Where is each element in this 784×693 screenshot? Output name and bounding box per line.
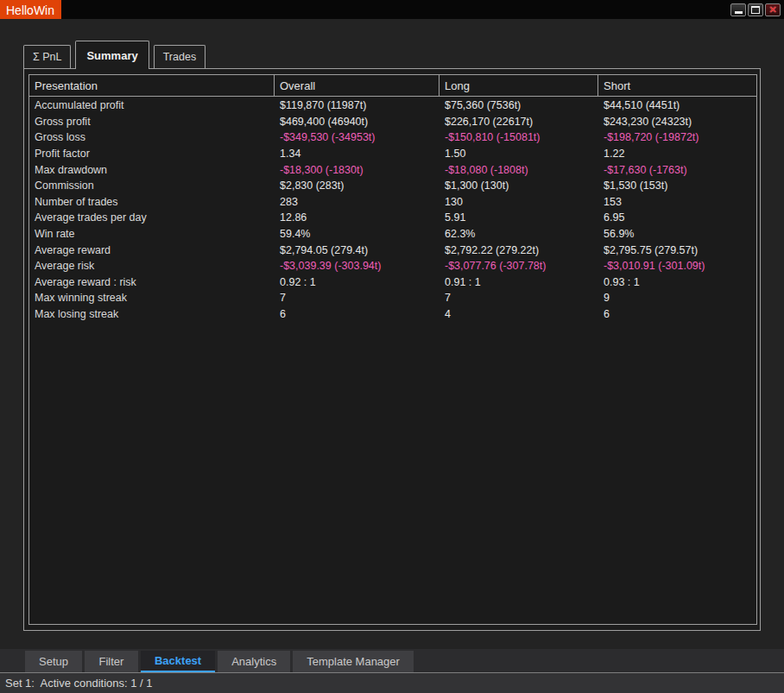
tab-setup[interactable]: Setup: [25, 651, 82, 672]
row-label: Average risk: [29, 260, 275, 272]
maximize-button[interactable]: [748, 3, 763, 16]
cell-overall: -$18,300 (-1830t): [275, 164, 439, 176]
column-header-short: Short: [598, 75, 756, 96]
cell-long: 1.50: [439, 148, 598, 160]
cell-long: 7: [439, 292, 598, 304]
row-label: Profit factor: [29, 148, 275, 160]
window-controls: ✕: [730, 0, 784, 19]
cell-long: 4: [439, 308, 598, 320]
cell-long: $1,300 (130t): [439, 180, 598, 192]
window-title: HelloWin: [0, 0, 61, 19]
row-label: Average reward: [29, 244, 275, 256]
cell-overall: 283: [275, 196, 439, 208]
bottom-tab-bar: SetupFilterBacktestAnalyticsTemplate Man…: [0, 649, 784, 672]
table-body: Accumulated profit$119,870 (11987t)$75,3…: [29, 97, 756, 624]
minimize-button[interactable]: [730, 3, 746, 16]
column-header-presentation: Presentation: [29, 75, 275, 96]
table-row: Profit factor1.341.501.22: [29, 146, 756, 162]
cell-long: 62.3%: [439, 228, 598, 240]
row-label: Max losing streak: [29, 308, 275, 320]
table-header: PresentationOverallLongShort: [29, 75, 756, 97]
tab-pnl[interactable]: Σ PnL: [23, 45, 71, 68]
column-header-long: Long: [439, 75, 598, 96]
tab-analytics[interactable]: Analytics: [218, 651, 290, 672]
cell-overall: $119,870 (11987t): [275, 99, 439, 111]
table-row: Commission$2,830 (283t)$1,300 (130t)$1,5…: [29, 178, 756, 194]
cell-overall: 12.86: [275, 211, 439, 224]
top-tab-bar: Σ PnLSummaryTrades: [23, 40, 205, 68]
table-row: Max winning streak779: [29, 290, 756, 306]
cell-short: -$198,720 (-19872t): [598, 131, 756, 143]
close-icon: ✕: [768, 5, 776, 15]
cell-overall: -$3,039.39 (-303.94t): [275, 260, 439, 272]
row-label: Gross loss: [29, 131, 275, 143]
status-text: Set 1: Active conditions: 1 / 1: [5, 677, 153, 690]
cell-long: -$3,077.76 (-307.78t): [439, 260, 598, 272]
row-label: Accumulated profit: [29, 99, 275, 111]
cell-short: $44,510 (4451t): [598, 99, 756, 111]
cell-overall: 1.34: [275, 148, 439, 160]
cell-short: 6.95: [598, 211, 756, 224]
table-row: Number of trades283130153: [29, 194, 756, 211]
cell-overall: $2,794.05 (279.4t): [275, 244, 439, 256]
cell-long: 5.91: [439, 211, 598, 224]
cell-short: -$17,630 (-1763t): [598, 164, 756, 176]
tab-trades[interactable]: Trades: [154, 45, 205, 68]
minimize-icon: [735, 11, 743, 14]
cell-long: 0.91 : 1: [439, 276, 598, 288]
cell-short: 9: [598, 292, 756, 304]
cell-short: $2,795.75 (279.57t): [598, 244, 756, 256]
column-header-overall: Overall: [275, 75, 439, 96]
cell-long: -$150,810 (-15081t): [439, 131, 598, 143]
cell-short: 56.9%: [598, 228, 756, 240]
row-label: Max drawdown: [29, 164, 275, 176]
table-row: Max losing streak646: [29, 306, 756, 323]
row-label: Gross profit: [29, 116, 275, 128]
summary-table: PresentationOverallLongShort Accumulated…: [28, 74, 757, 625]
table-row: Win rate59.4%62.3%56.9%: [29, 226, 756, 243]
cell-long: $226,170 (22617t): [439, 116, 598, 128]
cell-overall: -$349,530 (-34953t): [275, 131, 439, 143]
row-label: Number of trades: [29, 196, 275, 208]
row-label: Max winning streak: [29, 292, 275, 304]
cell-short: -$3,010.91 (-301.09t): [598, 260, 756, 272]
table-row: Average trades per day12.865.916.95: [29, 210, 756, 226]
cell-long: $75,360 (7536t): [439, 99, 598, 111]
maximize-icon: [751, 6, 760, 14]
cell-long: -$18,080 (-1808t): [439, 164, 598, 176]
cell-overall: 7: [275, 292, 439, 304]
table-row: Gross profit$469,400 (46940t)$226,170 (2…: [29, 114, 756, 130]
cell-short: 1.22: [598, 148, 756, 160]
table-row: Max drawdown-$18,300 (-1830t)-$18,080 (-…: [29, 161, 756, 178]
cell-overall: $2,830 (283t): [275, 180, 439, 192]
tab-template-manager[interactable]: Template Manager: [293, 651, 414, 672]
cell-long: $2,792.22 (279.22t): [439, 244, 598, 256]
cell-short: 6: [598, 308, 756, 320]
table-row: Average risk-$3,039.39 (-303.94t)-$3,077…: [29, 258, 756, 274]
tab-backtest[interactable]: Backtest: [141, 651, 215, 672]
tab-summary[interactable]: Summary: [75, 41, 149, 69]
cell-overall: 59.4%: [275, 228, 439, 240]
row-label: Average reward : risk: [29, 276, 275, 288]
table-row: Average reward : risk0.92 : 10.91 : 10.9…: [29, 274, 756, 291]
table-row: Accumulated profit$119,870 (11987t)$75,3…: [29, 98, 756, 114]
cell-short: $243,230 (24323t): [598, 116, 756, 128]
cell-long: 130: [439, 196, 598, 208]
close-button[interactable]: ✕: [765, 3, 781, 16]
tab-filter[interactable]: Filter: [85, 651, 138, 672]
cell-overall: 0.92 : 1: [275, 276, 439, 288]
cell-short: 153: [598, 196, 756, 208]
table-row: Gross loss-$349,530 (-34953t)-$150,810 (…: [29, 129, 756, 146]
cell-short: 0.93 : 1: [598, 276, 756, 288]
cell-overall: $469,400 (46940t): [275, 116, 439, 128]
status-bar: Set 1: Active conditions: 1 / 1: [0, 672, 784, 693]
row-label: Commission: [29, 180, 275, 192]
titlebar: HelloWin ✕: [0, 0, 784, 19]
cell-short: $1,530 (153t): [598, 180, 756, 192]
row-label: Average trades per day: [29, 211, 275, 224]
cell-overall: 6: [275, 308, 439, 320]
table-row: Average reward$2,794.05 (279.4t)$2,792.2…: [29, 242, 756, 258]
row-label: Win rate: [29, 228, 275, 240]
